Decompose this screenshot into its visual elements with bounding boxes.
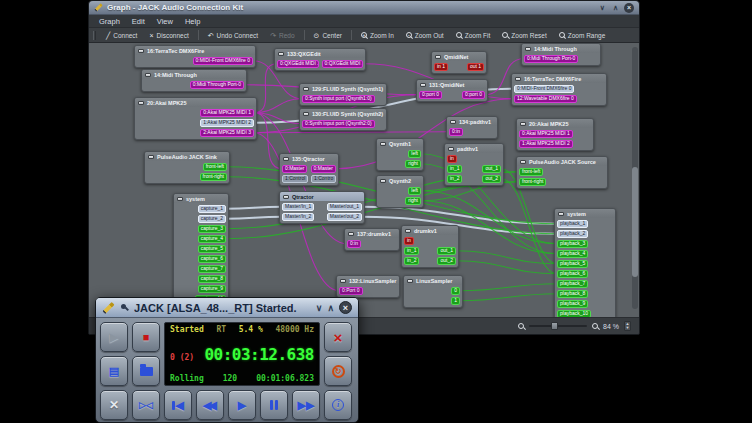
cable-audio[interactable] (501, 179, 557, 274)
graph-node-akai-in[interactable]: 20:Akai MPK250:Akai MPK25 MIDI 11:Akai M… (516, 118, 594, 151)
node-header[interactable]: 20:Akai MPK25 (517, 119, 593, 128)
setup-button[interactable]: ✕ (100, 390, 128, 420)
graph-node-qsynth2-fluid[interactable]: 130:FLUID Synth (Qsynth2)0:Synth input p… (299, 108, 387, 131)
close-icon[interactable]: × (339, 301, 352, 314)
cable-midi[interactable] (254, 113, 282, 169)
node-header[interactable]: 129:FLUID Synth (Qsynth1) (300, 84, 386, 93)
port-capture-4[interactable]: capture_4 (198, 235, 226, 244)
center-button[interactable]: ⊙Center (309, 31, 347, 40)
graph-node-drumkv1-midi[interactable]: 137:drumkv10:in (344, 228, 400, 251)
node-header[interactable]: 135:Qtractor (280, 154, 338, 163)
graph-node-qxgedit[interactable]: 133:QXGEdit0:QXGEdit MIDI 10:QXGEdit MID… (274, 48, 366, 71)
port-capture-9[interactable]: capture_9 (198, 285, 226, 294)
port-0-in[interactable]: 0:in (347, 240, 361, 249)
cable-midi[interactable] (254, 113, 302, 124)
port-0-synth-input-port-qsynth1-0-[interactable]: 0:Synth input port (Qsynth1:0) (302, 95, 375, 104)
port-front-right[interactable]: front-right (200, 173, 227, 182)
graph-node-terratec-out[interactable]: 16:TerraTec DMX6Fire0:MIDI-Front DMX6fir… (134, 45, 256, 68)
refresh-button[interactable]: ↻ (324, 356, 352, 386)
node-header[interactable]: 133:QXGEdit (275, 49, 365, 58)
cable-audio[interactable] (460, 284, 557, 291)
pin-icon[interactable] (120, 303, 129, 312)
node-header[interactable]: drumkv1 (402, 226, 458, 235)
session-button[interactable] (132, 356, 160, 386)
connections-button[interactable]: ▷◁ (132, 390, 160, 420)
port-master-in-1[interactable]: Master/In_1 (282, 203, 314, 212)
port-0-qxgedit-midi-1[interactable]: 0:QXGEdit MIDI 1 (277, 60, 319, 69)
rewind-start-button[interactable]: ◀ (164, 390, 192, 420)
port-in-1[interactable]: in_1 (404, 247, 419, 256)
port-capture-2[interactable]: capture_2 (198, 215, 226, 224)
zoom-fit-button[interactable]: Zoom Fit (451, 31, 496, 40)
node-header[interactable]: 132:LinuxSampler (337, 276, 399, 285)
cable-midi[interactable] (254, 64, 277, 113)
port-out-1[interactable]: out_1 (482, 165, 501, 174)
menu-view[interactable]: View (151, 16, 179, 27)
zoom-in-button[interactable]: +Zoom In (356, 31, 399, 40)
shade-up-icon[interactable]: ∧ (327, 303, 334, 313)
graph-window-titlebar[interactable]: Graph - JACK Audio Connection Kit ∨ ∧ × (89, 1, 639, 15)
node-header[interactable]: system (174, 194, 228, 203)
pause-button[interactable] (260, 390, 288, 420)
zoom-slider[interactable] (529, 325, 587, 327)
graph-node-linuxsampler-midi[interactable]: 132:LinuxSampler0:Port 0 (336, 275, 400, 298)
port-in-2[interactable]: in_2 (404, 257, 419, 266)
cable-sel[interactable] (362, 207, 557, 224)
port-0-midi-through-port-0[interactable]: 0:Midi Through Port-0 (190, 81, 244, 90)
port-playback-10[interactable]: playback_10 (557, 310, 591, 319)
port-right[interactable]: right (405, 197, 421, 206)
port-0[interactable]: 0 (451, 287, 460, 296)
node-header[interactable]: 14:Midi Through (522, 44, 600, 53)
cable-midi[interactable] (254, 99, 302, 113)
node-header[interactable]: LinuxSampler (404, 276, 462, 285)
port-playback-7[interactable]: playback_7 (557, 280, 588, 289)
port-capture-1[interactable]: capture_1 (198, 205, 226, 214)
disconnect-button[interactable]: ×Disconnect (144, 31, 193, 40)
port-in-1[interactable]: in_1 (447, 165, 462, 174)
scrollbar-thumb[interactable] (632, 167, 638, 277)
graph-node-qsynth1[interactable]: Qsynth1leftright (376, 138, 424, 171)
node-header[interactable]: 16:TerraTec DMX6Fire (512, 74, 606, 83)
port-front-left[interactable]: front-left (519, 168, 543, 177)
port-12-wavetable-dmx6fire-0[interactable]: 12:Wavetable DMX6fire 0 (514, 95, 577, 104)
graph-node-qmidinet131[interactable]: 131:QmidiNet0:port 00:port 0 (416, 79, 488, 102)
port-0-qxgedit-midi-1[interactable]: 0:QXGEdit MIDI 1 (322, 60, 364, 69)
vertical-scrollbar[interactable] (632, 47, 638, 309)
node-header[interactable]: Qtractor (280, 192, 364, 201)
port-in-1[interactable]: in 1 (434, 63, 448, 72)
graph-node-drumkv1[interactable]: drumkv1inin_1out_1in_2out_2 (401, 225, 459, 268)
shade-down-icon[interactable]: ∨ (598, 4, 607, 12)
graph-node-pa-sink[interactable]: PulseAudio JACK Sinkfront-leftfront-righ… (144, 151, 230, 184)
zoom-out-icon[interactable] (518, 323, 524, 329)
port-0-midi-front-dmx6fire-0[interactable]: 0:MIDI-Front DMX6fire 0 (514, 85, 574, 94)
zoom-stepper[interactable]: ▲▼ (624, 321, 631, 331)
port-capture-6[interactable]: capture_6 (198, 255, 226, 264)
port-out-2[interactable]: out_2 (482, 175, 501, 184)
zoom-range-button[interactable]: Zoom Range (554, 31, 611, 40)
node-header[interactable]: 137:drumkv1 (345, 229, 399, 238)
zoom-reset-button[interactable]: Zoom Reset (497, 31, 551, 40)
port-right[interactable]: right (405, 160, 421, 169)
port-1-akai-mpk25-midi-2[interactable]: 1:Akai MPK25 MIDI 2 (200, 119, 254, 128)
port-left[interactable]: left (408, 187, 421, 196)
port-in[interactable]: in (447, 155, 457, 164)
port-0-midi-front-dmx6fire-0[interactable]: 0:MIDI-Front DMX6fire 0 (193, 57, 253, 66)
port-master-out-1[interactable]: Master/out_1 (327, 203, 362, 212)
port-1[interactable]: 1 (451, 297, 460, 306)
node-header[interactable]: 130:FLUID Synth (Qsynth2) (300, 109, 386, 118)
port-1-contro[interactable]: 1:Contro (311, 175, 336, 184)
port-playback-8[interactable]: playback_8 (557, 290, 588, 299)
graph-node-qtractor135[interactable]: 135:Qtractor0:Master0:Master1:Control1:C… (279, 153, 339, 186)
node-header[interactable]: 20:Akai MPK25 (135, 98, 256, 107)
port-playback-2[interactable]: playback_2 (557, 230, 588, 239)
menu-help[interactable]: Help (179, 16, 206, 27)
port-out-1[interactable]: out 1 (467, 63, 484, 72)
graph-node-system-in[interactable]: systemplayback_1playback_2playback_3play… (554, 208, 616, 318)
port-0-port-0[interactable]: 0:port 0 (462, 91, 485, 100)
graph-node-akai-out[interactable]: 20:Akai MPK250:Akai MPK25 MIDI 11:Akai M… (134, 97, 257, 140)
node-header[interactable]: padthv1 (445, 144, 503, 153)
port-out-1[interactable]: out_1 (437, 247, 456, 256)
graph-node-qsynth2[interactable]: Qsynth2leftright (376, 175, 424, 208)
node-header[interactable]: 16:TerraTec DMX6Fire (135, 46, 255, 55)
port-0-akai-mpk25-midi-1[interactable]: 0:Akai MPK25 MIDI 1 (519, 130, 573, 139)
